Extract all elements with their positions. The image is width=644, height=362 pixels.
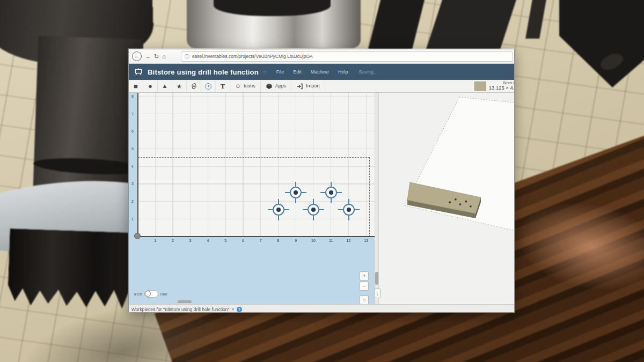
apps-cube-icon	[266, 83, 273, 90]
pen-nib-icon	[189, 82, 198, 91]
board-hole-dot	[449, 201, 451, 203]
board-hole-dot	[455, 198, 457, 201]
import-arrow-icon	[296, 83, 303, 90]
drill-target-icon	[205, 83, 211, 90]
y-axis-line	[137, 93, 138, 237]
menu-machine[interactable]: Machine	[311, 69, 329, 75]
zoom-in-button[interactable]: +	[360, 271, 369, 280]
screenshot-stage: ← → ↻ ⌂ ⓘ easel.inventables.com/projects…	[0, 0, 644, 362]
y-tick-label: 5	[131, 147, 134, 151]
vertical-scrollbar[interactable]	[375, 272, 378, 285]
zoom-home-button[interactable]: ⌂	[360, 295, 369, 304]
y-tick-label: 7	[131, 112, 134, 115]
unit-toggle-switch[interactable]	[144, 290, 158, 298]
workspace: 12345678910111213 12345678 + − ⌂ inch mm	[129, 93, 514, 304]
smiley-icon: ☺	[235, 83, 241, 89]
preview-3d-scene	[379, 93, 514, 304]
x-tick-label: 3	[189, 239, 192, 242]
refresh-button[interactable]: ↻	[154, 54, 159, 60]
url-text: easel.inventables.com/projects/VeUBnPyCM…	[192, 54, 313, 59]
x-tick-label: 13	[364, 239, 368, 242]
circle-icon: ●	[148, 83, 152, 90]
x-tick-label: 1	[154, 239, 156, 242]
browser-window: ← → ↻ ⌂ ⓘ easel.inventables.com/projects…	[128, 49, 515, 313]
forward-button[interactable]: →	[145, 54, 151, 60]
apps-button[interactable]: Apps	[261, 80, 292, 92]
shape-toolbar: ■ ● ▲ ★ T ☺ Icons Apps	[129, 80, 514, 93]
favorite-star-icon[interactable]: ☆	[262, 69, 267, 75]
browser-navbar: ← → ↻ ⌂ ⓘ easel.inventables.com/projects…	[129, 49, 514, 64]
text-tool-button[interactable]: T	[216, 80, 230, 92]
help-icon[interactable]: ?	[237, 307, 242, 312]
board-hole-dot	[470, 205, 472, 208]
x-tick-label: 8	[277, 239, 280, 242]
import-button[interactable]: Import	[291, 80, 325, 92]
x-tick-label: 10	[311, 239, 316, 242]
panel-divider[interactable]: |	[375, 93, 379, 304]
y-tick-label: 1	[131, 217, 134, 220]
material-widget[interactable]: Birch Plyw 13.125 × 4.5 ×	[474, 80, 515, 92]
y-tick-label: 2	[131, 200, 134, 203]
x-tick-label: 4	[207, 239, 209, 242]
origin-handle[interactable]	[134, 233, 141, 239]
easel-header: Bitstore using drill hole function ☆ Fil…	[129, 64, 514, 80]
address-bar[interactable]: ⓘ easel.inventables.com/projects/VeUBnPy…	[181, 51, 513, 62]
drill-tool-button[interactable]	[201, 80, 216, 92]
star-icon: ★	[177, 83, 182, 90]
x-tick-label: 5	[224, 239, 226, 242]
import-label: Import	[306, 84, 320, 88]
x-tick-label: 12	[347, 239, 351, 242]
easel-logo-icon	[134, 68, 143, 76]
site-info-icon[interactable]: ⓘ	[185, 53, 189, 60]
saving-status: Saving...	[358, 69, 377, 75]
mm-label: mm	[160, 292, 167, 297]
menu-edit[interactable]: Edit	[293, 69, 302, 75]
star-tool-button[interactable]: ★	[172, 80, 187, 92]
y-tick-label: 4	[131, 164, 134, 168]
icons-label: Icons	[244, 84, 255, 88]
workpieces-label: Workpieces for "Bitstore using drill hol…	[131, 307, 230, 312]
horizontal-scrollbar[interactable]	[178, 300, 192, 303]
triangle-tool-button[interactable]: ▲	[158, 80, 172, 92]
divider-handle-button[interactable]: |	[374, 289, 380, 298]
board-hole-dot	[465, 201, 467, 203]
material-swatch	[474, 82, 486, 91]
x-axis-line	[137, 236, 375, 237]
inch-label: inch	[134, 292, 142, 297]
menu-file[interactable]: File	[276, 69, 284, 75]
back-button[interactable]: ←	[132, 51, 142, 61]
apps-label: Apps	[275, 84, 287, 88]
toggle-knob	[145, 291, 151, 297]
icons-button[interactable]: ☺ Icons	[230, 80, 261, 92]
x-tick-label: 6	[242, 239, 244, 242]
zoom-controls: + − ⌂	[360, 271, 369, 304]
circle-tool-button[interactable]: ●	[143, 80, 158, 92]
triangle-icon: ▲	[162, 83, 168, 89]
chevron-down-icon[interactable]: ▾	[232, 307, 235, 312]
y-tick-label: 3	[131, 182, 134, 186]
browser-home-button[interactable]: ⌂	[162, 54, 166, 60]
board-hole-dot	[459, 203, 462, 205]
menu-help[interactable]: Help	[338, 69, 348, 75]
design-canvas-2d[interactable]: 12345678910111213 12345678 + − ⌂ inch mm	[129, 93, 375, 304]
y-tick-label: 6	[131, 129, 134, 133]
y-tick-label: 8	[131, 94, 134, 98]
text-icon: T	[221, 83, 225, 90]
machine-bed-plane	[405, 97, 514, 241]
unit-toggle-group: inch mm	[134, 290, 167, 298]
project-title[interactable]: Bitstore using drill hole function	[148, 68, 259, 76]
square-icon: ■	[134, 83, 138, 90]
workpieces-bar[interactable]: Workpieces for "Bitstore using drill hol…	[129, 304, 514, 313]
pen-tool-button[interactable]	[187, 80, 201, 92]
preview-panel-3d[interactable]	[379, 93, 514, 304]
x-tick-label: 7	[260, 239, 262, 242]
material-outline-dashed	[138, 157, 370, 237]
x-tick-label: 9	[295, 239, 297, 242]
zoom-out-button[interactable]: −	[360, 282, 369, 291]
spindle-cylinder-photo	[33, 36, 144, 206]
square-tool-button[interactable]: ■	[129, 80, 143, 92]
material-dimensions: 13.125 × 4.5 ×	[489, 85, 515, 91]
x-tick-label: 2	[172, 239, 174, 242]
x-tick-label: 11	[329, 239, 333, 242]
